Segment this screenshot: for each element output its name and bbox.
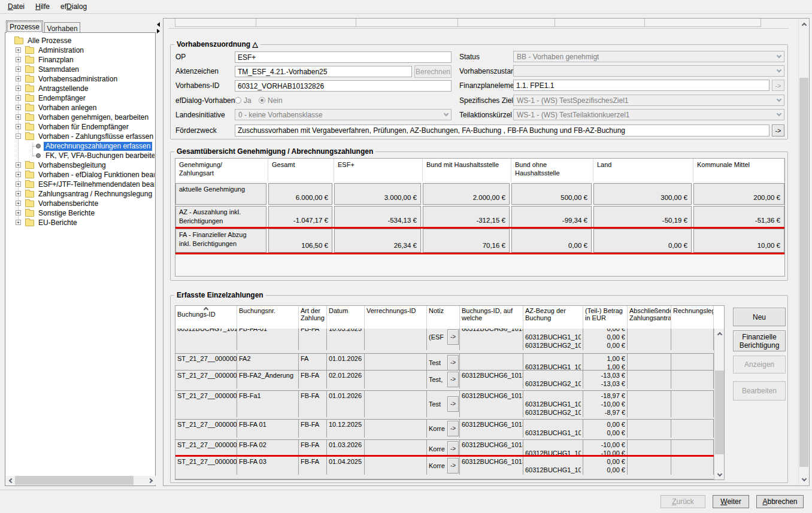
tree-item[interactable]: FK, VF, VFA-Buchungen bearbeiten [6, 151, 154, 160]
scroll-up-button[interactable] [799, 20, 808, 29]
column-header[interactable]: Verrechnungs-ID [365, 306, 427, 329]
status-select[interactable]: BB - Vorhaben genehmigt [513, 51, 784, 62]
column-header[interactable]: Kommunale Mittel [693, 159, 784, 181]
foerderzweck-open-button[interactable]: -> [772, 125, 784, 136]
scroll-up-button[interactable] [715, 329, 724, 338]
tree-item[interactable]: +Vorhabensbegleitung [6, 160, 154, 170]
tree-item[interactable]: +Finanzplan [6, 55, 154, 65]
expand-plus-icon[interactable]: + [16, 124, 21, 129]
tree-item[interactable]: Alle Prozesse [6, 36, 154, 45]
column-header[interactable]: Buchungsnr. [237, 306, 299, 329]
main-vertical-scrollbar[interactable] [798, 19, 808, 485]
splitter-expand-right-icon[interactable] [157, 29, 160, 34]
op-input[interactable] [235, 51, 452, 63]
radio-ja[interactable] [235, 97, 241, 104]
tree-item[interactable]: Abrechnungszahlungen erfassen [6, 141, 154, 151]
finanzplanelement-input[interactable] [513, 80, 769, 91]
tree-item[interactable]: +Stammdaten [6, 65, 154, 74]
collapse-minus-icon[interactable]: − [16, 133, 21, 139]
radio-nein[interactable] [259, 97, 265, 104]
bearbeiten-button[interactable]: Bearbeiten [733, 381, 786, 400]
expand-plus-icon[interactable]: + [16, 210, 21, 215]
column-header[interactable]: Notiz [427, 306, 460, 329]
column-header[interactable]: Bund mit Haushaltsstelle [423, 159, 511, 181]
expand-plus-icon[interactable]: + [16, 181, 21, 187]
tree-item[interactable]: −Vorhaben - Zahlungsflüsse erfassen [6, 132, 154, 141]
tree-item[interactable]: +Sonstige Berichte [6, 208, 154, 218]
foerderzweck-input[interactable] [235, 125, 769, 136]
scroll-down-button[interactable] [715, 470, 724, 479]
menu-item-hilfe[interactable]: Hilfe [30, 1, 55, 13]
tree-horizontal-scrollbar[interactable] [6, 476, 156, 485]
finanzielle-berichtigung-button[interactable]: Finanzielle Berichtigung [733, 330, 786, 351]
tree-item[interactable]: +Zahlungsantrag / Rechnungslegung [6, 189, 154, 199]
column-header[interactable]: Genehmigung/ Zahlungsart [175, 159, 268, 181]
payment-row[interactable]: ST_21_27__0000005FB-FA 01FB-FA10.12.2025… [175, 420, 714, 440]
expand-plus-icon[interactable]: + [16, 95, 21, 101]
payment-row[interactable]: ST_21_27__0000004FB-FA2_ÄnderungFB-FA02.… [175, 371, 714, 391]
expand-plus-icon[interactable]: + [16, 162, 21, 168]
payment-row[interactable]: 60312BUCHG7_1013FB-FA-01FB-FA10.03.2025(… [175, 329, 714, 354]
expand-plus-icon[interactable]: + [16, 66, 21, 72]
column-header[interactable]: Datum [327, 306, 365, 329]
footer-weiter-button[interactable]: Weiter [713, 495, 749, 508]
vorhabens-id-input[interactable] [235, 80, 452, 92]
open-note-button[interactable]: -> [447, 396, 459, 412]
payment-row[interactable]: ST_21_27__0000004FA2FA01.01.2026Test->60… [175, 354, 714, 371]
tree-item[interactable]: +Endempfänger [6, 93, 154, 103]
tab-vorhaben[interactable]: Vorhaben [44, 22, 80, 33]
scrollbar-thumb[interactable] [15, 476, 134, 485]
tab-prozesse[interactable]: Prozesse [6, 20, 43, 33]
neu-button[interactable]: Neu [733, 308, 786, 326]
column-header[interactable]: Buchungs-ID [175, 306, 237, 329]
expand-plus-icon[interactable]: + [16, 47, 21, 53]
expand-plus-icon[interactable]: + [16, 57, 21, 62]
expand-plus-icon[interactable]: + [16, 114, 21, 120]
expand-plus-icon[interactable]: + [16, 220, 21, 225]
expand-plus-icon[interactable]: + [16, 105, 21, 110]
column-header[interactable]: ESF+ [334, 159, 423, 181]
open-note-button[interactable]: -> [447, 421, 459, 436]
column-header[interactable]: (Teil-) Betrag in EUR [583, 306, 628, 329]
scroll-right-button[interactable] [147, 476, 156, 485]
menu-item-efdialog[interactable]: efDialog [55, 1, 92, 13]
landesinitiative-select[interactable]: 0 - keine Vorhabensklasse [235, 109, 452, 120]
tree-item[interactable]: +EU-Berichte [6, 218, 154, 227]
tree-item[interactable]: +Vorhaben - efDialog Funktionen bearbeit… [6, 170, 154, 180]
expand-plus-icon[interactable]: + [16, 172, 21, 177]
tree-item[interactable]: +Administration [6, 45, 154, 55]
finanzplanelement-open-button[interactable]: -> [772, 80, 784, 91]
scrollbar-thumb[interactable] [799, 78, 808, 467]
column-header[interactable]: AZ-Bezug der Buchung [523, 306, 583, 329]
payment-row[interactable]: ST_21_27__0000004FB-Fa1FB-FA01.01.2026Te… [175, 391, 714, 420]
expand-plus-icon[interactable]: + [16, 76, 21, 81]
column-header[interactable]: Art der Zahlung [299, 306, 327, 329]
expand-plus-icon[interactable]: + [16, 201, 21, 206]
spezifisches-ziel-select[interactable]: WS-1 - (WS) TestSpezifischesZiel1 [513, 95, 784, 106]
payment-row[interactable]: ST_21_27__0000005FB-FA 02FB-FA01.03.2026… [175, 440, 714, 457]
anzeigen-button[interactable]: Anzeigen [733, 356, 786, 374]
scroll-left-button[interactable] [6, 476, 15, 485]
column-header[interactable]: Rechnungslegu [671, 306, 714, 329]
tree-item[interactable]: +Vorhabensadministration [6, 74, 154, 84]
open-note-button[interactable]: -> [447, 458, 459, 473]
aktenzeichen-input[interactable] [235, 66, 412, 77]
scrollbar-thumb[interactable] [715, 371, 724, 454]
expand-plus-icon[interactable]: + [16, 191, 21, 196]
payments-vertical-scrollbar[interactable] [714, 329, 724, 480]
tree-item[interactable]: +Vorhaben anlegen [6, 103, 154, 113]
open-note-button[interactable]: -> [447, 355, 459, 371]
tree-item[interactable]: +Antragstellende [6, 84, 154, 93]
footer-abbrechen-button[interactable]: Abbrechen [756, 495, 804, 508]
tree-item[interactable]: +ESF+/JTF-Teilnehmendendaten bearbeiten [6, 180, 154, 189]
tree-item[interactable]: +Vorhabensberichte [6, 199, 154, 208]
tree-item[interactable]: +Vorhaben genehmigen, bearbeiten [6, 113, 154, 122]
open-note-button[interactable]: -> [447, 441, 459, 457]
column-header[interactable]: Land [593, 159, 693, 181]
tree-item[interactable]: +Vorhaben für Endempfänger [6, 122, 154, 132]
splitter-collapse-left-icon[interactable] [157, 22, 160, 27]
teilaktionskuerzel-select[interactable]: WS-1 - (WS) TestTeilaktionkuerzel1 [513, 109, 784, 120]
expand-plus-icon[interactable]: + [16, 86, 21, 91]
column-header[interactable]: Abschließende Zahlungsantra [628, 306, 671, 329]
payment-row[interactable]: ST_21_27__0000005FB-FA 03FB-FA01.04.2025… [175, 457, 714, 479]
